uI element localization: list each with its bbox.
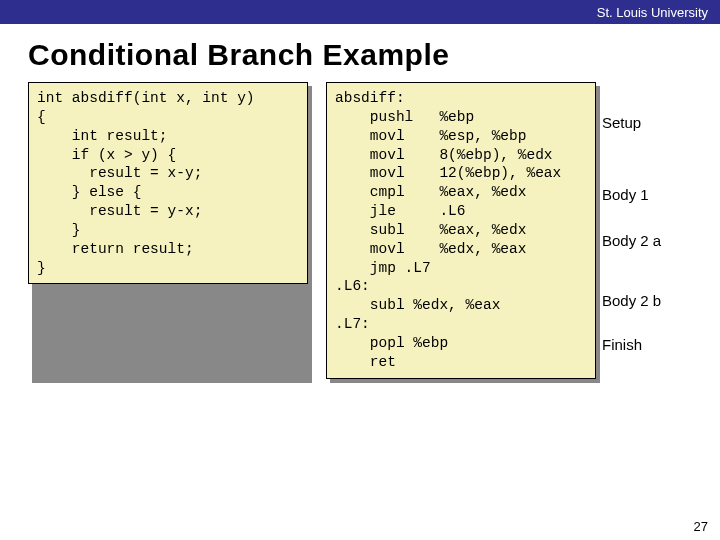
asm-code-wrap: absdiff: pushl %ebp movl %esp, %ebp movl… [326,82,596,379]
page-number: 27 [694,519,708,534]
asm-labels: } Setup } Body 1 } Body 2 a } Body 2 b }… [596,82,688,379]
label-setup: Setup [602,114,641,131]
label-body2b: Body 2 b [602,292,661,309]
header-bar: St. Louis University [0,0,720,24]
org-name: St. Louis University [597,5,708,20]
page-title: Conditional Branch Example [0,24,720,82]
label-finish: Finish [602,336,642,353]
content-row: int absdiff(int x, int y) { int result; … [0,82,720,379]
c-code-wrap: int absdiff(int x, int y) { int result; … [28,82,308,379]
c-code-box: int absdiff(int x, int y) { int result; … [28,82,308,284]
asm-code-box: absdiff: pushl %ebp movl %esp, %ebp movl… [326,82,596,379]
label-body1: Body 1 [602,186,649,203]
label-body2a: Body 2 a [602,232,661,249]
asm-column: absdiff: pushl %ebp movl %esp, %ebp movl… [326,82,688,379]
